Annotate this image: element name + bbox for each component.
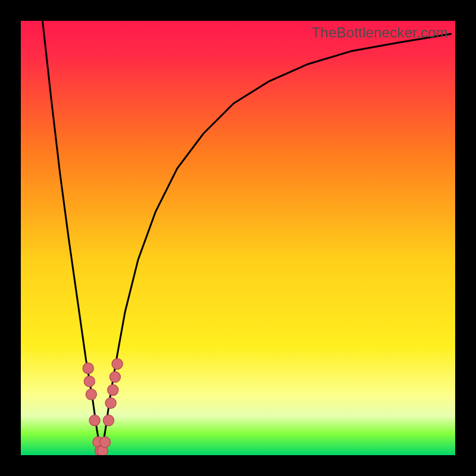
data-point (112, 359, 123, 369)
data-point (105, 397, 116, 408)
data-point (108, 385, 118, 396)
bottleneck-curve (21, 21, 455, 455)
observed-points (83, 359, 123, 455)
data-point (84, 376, 95, 387)
data-point (83, 363, 93, 374)
attribution-watermark: TheBottlenecker.com (312, 24, 448, 41)
data-point (86, 389, 96, 400)
data-point (100, 437, 111, 447)
data-point (89, 415, 100, 426)
plot-area: TheBottlenecker.com (21, 21, 455, 455)
data-point (104, 415, 114, 426)
data-point (109, 372, 120, 383)
chart-frame: TheBottlenecker.com (0, 0, 476, 476)
